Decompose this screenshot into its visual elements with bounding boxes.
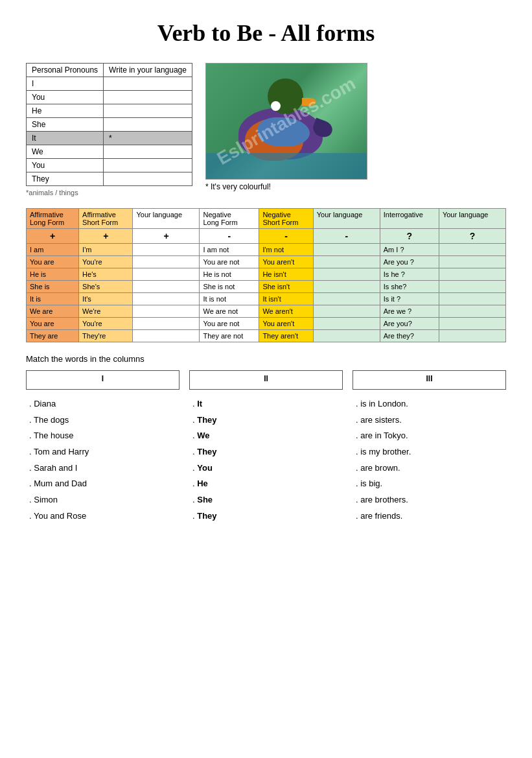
list-item: . The house <box>29 428 176 444</box>
verb-cell: You are not <box>200 318 259 330</box>
pronoun-cell: We <box>27 145 104 159</box>
duck-beak <box>302 98 316 106</box>
list-item: . They <box>192 444 340 460</box>
verb-cell <box>313 330 380 342</box>
verb-cell <box>439 268 505 281</box>
verb-table-wrap: AffirmativeLong Form AffirmativeShort Fo… <box>26 208 506 342</box>
duck-water <box>206 153 367 179</box>
verb-cell <box>313 293 380 305</box>
animals-note: *animals / things <box>26 189 192 196</box>
verb-cell: He is not <box>200 268 259 281</box>
list-item: . Mum and Dad <box>29 476 176 492</box>
verb-cell: Am I ? <box>380 244 439 256</box>
verb-cell: We are <box>27 305 79 318</box>
verb-cell: It isn't <box>259 293 313 305</box>
list-item: . is big. <box>356 476 503 492</box>
match-col-1-header: I <box>26 370 179 390</box>
language-cell <box>104 104 192 118</box>
verb-cell <box>133 281 200 293</box>
col-interrog-header: Interrogative <box>380 209 439 229</box>
verb-cell: You're <box>79 256 133 268</box>
pronoun-cell: He <box>27 104 104 118</box>
verb-cell: You are <box>27 256 79 268</box>
list-item: . You and Rose <box>29 508 176 525</box>
verb-cell: She is <box>27 281 79 293</box>
verb-cell <box>133 318 200 330</box>
question-your-lang-3: ? <box>439 229 505 244</box>
verb-cell <box>313 281 380 293</box>
minus-neg-short: - <box>259 229 313 244</box>
verb-table: AffirmativeLong Form AffirmativeShort Fo… <box>26 208 506 342</box>
verb-cell: I am <box>27 244 79 256</box>
verb-cell: She is not <box>200 281 259 293</box>
verb-cell <box>439 256 505 268</box>
list-item: . You <box>192 460 340 477</box>
match-list-3: . is in London.. are sisters.. are in To… <box>353 396 506 525</box>
verb-cell <box>439 305 505 318</box>
col-your-lang-1-header: Your language <box>133 209 200 229</box>
pronoun-cell: She <box>27 118 104 132</box>
pronoun-cell: They <box>27 172 104 186</box>
list-item: . They <box>192 508 340 525</box>
list-item: . He <box>192 476 340 492</box>
verb-cell <box>133 293 200 305</box>
col-aff-short-header: AffirmativeShort Form <box>79 209 133 229</box>
table-row: I amI'mI am notI'm notAm I ? <box>27 244 506 256</box>
table-row: You areYou'reYou are notYou aren'tAre yo… <box>27 318 506 330</box>
plus-aff-long: + <box>27 229 79 244</box>
verb-cell: I'm not <box>259 244 313 256</box>
verb-cell: He's <box>79 268 133 281</box>
verb-cell <box>133 305 200 318</box>
pronoun-cell: You <box>27 91 104 104</box>
match-section: Match the words in the columns I II III … <box>26 354 506 525</box>
verb-cell <box>133 268 200 281</box>
verb-cell: It is not <box>200 293 259 305</box>
verb-cell: You're <box>79 318 133 330</box>
verb-cell: You are <box>27 318 79 330</box>
table-row: You areYou'reYou are notYou aren'tAre yo… <box>27 256 506 268</box>
verb-table-plus-row: + + + - - - ? ? <box>27 229 506 244</box>
list-item: . Simon <box>29 492 176 508</box>
match-col-3-header: III <box>353 370 506 390</box>
list-item: . is my brother. <box>356 444 503 460</box>
verb-cell: Are we ? <box>380 305 439 318</box>
verb-cell: Are you ? <box>380 256 439 268</box>
duck-image: Eslprintables.com <box>205 63 367 180</box>
verb-cell: You aren't <box>259 318 313 330</box>
verb-cell: Are they? <box>380 330 439 342</box>
verb-cell <box>313 318 380 330</box>
verb-cell <box>439 330 505 342</box>
duck-caption: * It's very colourful! <box>205 182 367 191</box>
language-cell <box>104 172 192 186</box>
list-item: . are sisters. <box>356 412 503 429</box>
verb-cell <box>133 256 200 268</box>
verb-cell: Are you? <box>380 318 439 330</box>
list-item: . are in Tokyo. <box>356 428 503 444</box>
language-cell <box>104 91 192 104</box>
col-your-lang-2-header: Your language <box>313 209 380 229</box>
pronoun-col-header: Personal Pronouns <box>27 64 104 77</box>
language-cell <box>104 77 192 91</box>
verb-cell: He is <box>27 268 79 281</box>
language-cell <box>104 118 192 132</box>
language-cell: * <box>104 132 192 145</box>
list-item: . They <box>192 412 340 429</box>
list-item: . are brown. <box>356 460 503 477</box>
language-cell <box>104 145 192 159</box>
verb-cell: I'm <box>79 244 133 256</box>
match-col-2-header: II <box>189 370 343 390</box>
verb-cell: She isn't <box>259 281 313 293</box>
question-interrog: ? <box>380 229 439 244</box>
list-item: . Tom and Harry <box>29 444 176 460</box>
verb-cell <box>439 293 505 305</box>
verb-cell: She's <box>79 281 133 293</box>
table-row: They areThey'reThey are notThey aren'tAr… <box>27 330 506 342</box>
col-aff-long-header: AffirmativeLong Form <box>27 209 79 229</box>
duck-white-patch <box>271 101 281 111</box>
table-row: He isHe'sHe is notHe isn'tIs he ? <box>27 268 506 281</box>
plus-your-lang-1: + <box>133 229 200 244</box>
match-content: . Diana. The dogs. The house. Tom and Ha… <box>26 396 506 525</box>
verb-cell: Is she? <box>380 281 439 293</box>
pronoun-cell: It <box>27 132 104 145</box>
list-item: . Sarah and I <box>29 460 176 477</box>
